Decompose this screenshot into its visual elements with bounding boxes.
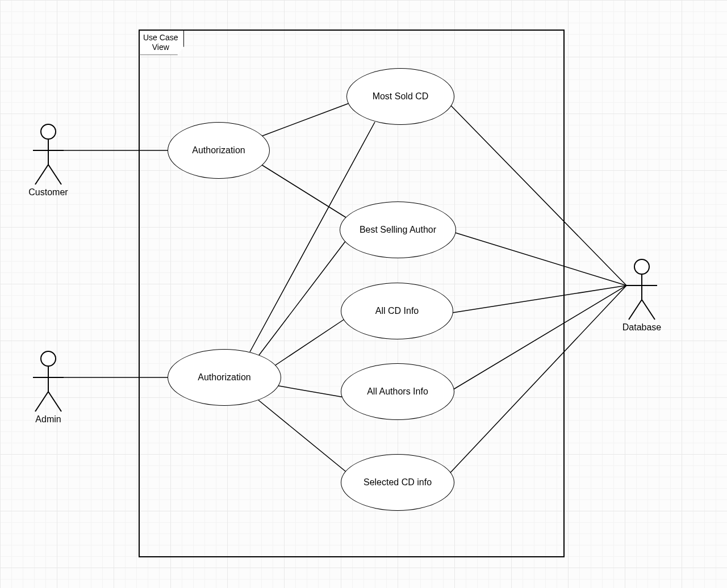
svg-point-0 — [41, 124, 56, 139]
svg-point-5 — [41, 351, 56, 366]
svg-line-3 — [35, 165, 48, 184]
svg-line-28 — [448, 285, 626, 476]
svg-line-9 — [48, 392, 61, 411]
actor-admin-figure — [33, 351, 64, 411]
svg-line-27 — [452, 285, 626, 390]
svg-point-10 — [634, 259, 649, 274]
actor-admin-label: Admin — [31, 414, 65, 425]
svg-line-4 — [48, 165, 61, 184]
svg-line-23 — [258, 400, 352, 477]
svg-line-18 — [261, 165, 352, 221]
actor-customer-figure — [33, 124, 64, 184]
usecase-authorization-customer: Authorization — [168, 122, 270, 179]
svg-line-8 — [35, 392, 48, 411]
actor-database-label: Database — [619, 322, 665, 333]
svg-line-17 — [258, 101, 355, 137]
usecase-all-cd-info: All CD Info — [341, 283, 453, 339]
svg-line-14 — [642, 300, 655, 320]
svg-line-26 — [449, 285, 626, 313]
svg-line-13 — [629, 300, 642, 320]
actor-database-figure — [626, 259, 657, 320]
svg-line-20 — [258, 238, 348, 356]
connectors — [64, 101, 626, 477]
usecase-selected-cd-info: Selected CD info — [341, 454, 454, 511]
svg-line-22 — [273, 385, 344, 397]
usecase-most-sold-cd: Most Sold CD — [346, 68, 454, 125]
usecase-best-selling-author: Best Selling Author — [340, 201, 456, 258]
actor-customer-label: Customer — [26, 187, 71, 198]
usecase-authorization-admin: Authorization — [168, 349, 281, 406]
usecase-all-authors-info: All Authors Info — [341, 363, 454, 420]
